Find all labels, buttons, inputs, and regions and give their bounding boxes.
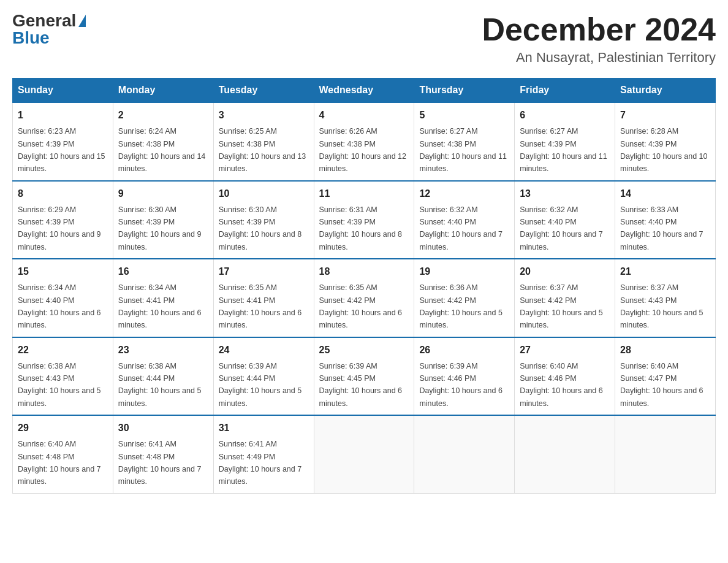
day-info: Sunrise: 6:27 AMSunset: 4:38 PMDaylight:…	[419, 127, 506, 173]
day-number: 3	[219, 108, 309, 123]
day-info: Sunrise: 6:28 AMSunset: 4:39 PMDaylight:…	[620, 127, 707, 173]
day-number: 1	[18, 108, 108, 123]
calendar-table: SundayMondayTuesdayWednesdayThursdayFrid…	[12, 78, 716, 494]
day-info: Sunrise: 6:39 AMSunset: 4:46 PMDaylight:…	[419, 362, 502, 408]
logo: General Blue	[12, 12, 86, 47]
day-info: Sunrise: 6:33 AMSunset: 4:40 PMDaylight:…	[620, 205, 703, 251]
day-info: Sunrise: 6:41 AMSunset: 4:49 PMDaylight:…	[219, 440, 302, 486]
day-number: 25	[319, 343, 409, 358]
day-number: 17	[219, 264, 309, 279]
day-number: 5	[419, 108, 509, 123]
calendar-cell: 30 Sunrise: 6:41 AMSunset: 4:48 PMDaylig…	[113, 415, 213, 493]
day-info: Sunrise: 6:41 AMSunset: 4:48 PMDaylight:…	[118, 440, 202, 486]
day-number: 16	[118, 264, 208, 279]
calendar-cell: 29 Sunrise: 6:40 AMSunset: 4:48 PMDaylig…	[13, 415, 113, 493]
page-header: General Blue December 2024 An Nusayrat, …	[12, 12, 716, 66]
day-number: 11	[319, 186, 409, 201]
day-of-week-header: Thursday	[414, 79, 515, 103]
calendar-cell: 19 Sunrise: 6:36 AMSunset: 4:42 PMDaylig…	[414, 259, 515, 337]
calendar-cell: 25 Sunrise: 6:39 AMSunset: 4:45 PMDaylig…	[314, 337, 414, 416]
calendar-cell	[314, 415, 414, 493]
day-number: 23	[118, 343, 208, 358]
calendar-cell: 27 Sunrise: 6:40 AMSunset: 4:46 PMDaylig…	[515, 337, 615, 416]
day-number: 15	[18, 264, 108, 279]
calendar-cell: 8 Sunrise: 6:29 AMSunset: 4:39 PMDayligh…	[13, 181, 113, 259]
day-info: Sunrise: 6:24 AMSunset: 4:38 PMDaylight:…	[118, 127, 205, 173]
calendar-cell: 4 Sunrise: 6:26 AMSunset: 4:38 PMDayligh…	[314, 102, 414, 181]
calendar-week-row: 29 Sunrise: 6:40 AMSunset: 4:48 PMDaylig…	[13, 415, 716, 493]
calendar-cell: 24 Sunrise: 6:39 AMSunset: 4:44 PMDaylig…	[213, 337, 314, 416]
calendar-cell: 31 Sunrise: 6:41 AMSunset: 4:49 PMDaylig…	[213, 415, 314, 493]
day-of-week-header: Saturday	[615, 79, 716, 103]
day-of-week-header: Monday	[113, 79, 213, 103]
logo-blue-text: Blue	[12, 29, 50, 47]
calendar-cell: 2 Sunrise: 6:24 AMSunset: 4:38 PMDayligh…	[113, 102, 213, 181]
day-number: 4	[319, 108, 409, 123]
day-info: Sunrise: 6:32 AMSunset: 4:40 PMDaylight:…	[419, 205, 502, 251]
day-info: Sunrise: 6:26 AMSunset: 4:38 PMDaylight:…	[319, 127, 406, 173]
day-of-week-header: Wednesday	[314, 79, 414, 103]
day-number: 18	[319, 264, 409, 279]
day-number: 29	[18, 421, 108, 435]
day-number: 31	[219, 421, 309, 435]
day-info: Sunrise: 6:37 AMSunset: 4:42 PMDaylight:…	[520, 283, 603, 329]
calendar-cell	[515, 415, 615, 493]
day-info: Sunrise: 6:38 AMSunset: 4:43 PMDaylight:…	[18, 362, 101, 408]
day-number: 9	[118, 186, 208, 201]
day-of-week-header: Sunday	[13, 79, 113, 103]
calendar-cell: 9 Sunrise: 6:30 AMSunset: 4:39 PMDayligh…	[113, 181, 213, 259]
day-info: Sunrise: 6:38 AMSunset: 4:44 PMDaylight:…	[118, 362, 202, 408]
calendar-cell: 21 Sunrise: 6:37 AMSunset: 4:43 PMDaylig…	[615, 259, 716, 337]
calendar-cell: 14 Sunrise: 6:33 AMSunset: 4:40 PMDaylig…	[615, 181, 716, 259]
logo-general-text: General	[12, 12, 76, 29]
calendar-cell: 7 Sunrise: 6:28 AMSunset: 4:39 PMDayligh…	[615, 102, 716, 181]
title-area: December 2024 An Nusayrat, Palestinian T…	[482, 12, 716, 66]
day-number: 28	[620, 343, 710, 358]
day-info: Sunrise: 6:36 AMSunset: 4:42 PMDaylight:…	[419, 283, 502, 329]
day-info: Sunrise: 6:29 AMSunset: 4:39 PMDaylight:…	[18, 205, 101, 251]
month-title: December 2024	[482, 12, 716, 47]
day-number: 22	[18, 343, 108, 358]
day-number: 2	[118, 108, 208, 123]
calendar-week-row: 1 Sunrise: 6:23 AMSunset: 4:39 PMDayligh…	[13, 102, 716, 181]
calendar-week-row: 22 Sunrise: 6:38 AMSunset: 4:43 PMDaylig…	[13, 337, 716, 416]
day-info: Sunrise: 6:32 AMSunset: 4:40 PMDaylight:…	[520, 205, 603, 251]
calendar-cell: 23 Sunrise: 6:38 AMSunset: 4:44 PMDaylig…	[113, 337, 213, 416]
calendar-cell: 10 Sunrise: 6:30 AMSunset: 4:39 PMDaylig…	[213, 181, 314, 259]
calendar-cell: 1 Sunrise: 6:23 AMSunset: 4:39 PMDayligh…	[13, 102, 113, 181]
day-number: 10	[219, 186, 309, 201]
day-number: 12	[419, 186, 509, 201]
day-of-week-header: Tuesday	[213, 79, 314, 103]
day-info: Sunrise: 6:34 AMSunset: 4:41 PMDaylight:…	[118, 283, 202, 329]
calendar-cell	[414, 415, 515, 493]
calendar-cell: 11 Sunrise: 6:31 AMSunset: 4:39 PMDaylig…	[314, 181, 414, 259]
days-of-week-row: SundayMondayTuesdayWednesdayThursdayFrid…	[13, 79, 716, 103]
day-number: 27	[520, 343, 610, 358]
day-number: 24	[219, 343, 309, 358]
calendar-week-row: 8 Sunrise: 6:29 AMSunset: 4:39 PMDayligh…	[13, 181, 716, 259]
calendar-cell: 26 Sunrise: 6:39 AMSunset: 4:46 PMDaylig…	[414, 337, 515, 416]
calendar-cell: 20 Sunrise: 6:37 AMSunset: 4:42 PMDaylig…	[515, 259, 615, 337]
day-number: 21	[620, 264, 710, 279]
calendar-cell: 3 Sunrise: 6:25 AMSunset: 4:38 PMDayligh…	[213, 102, 314, 181]
day-info: Sunrise: 6:35 AMSunset: 4:41 PMDaylight:…	[219, 283, 302, 329]
day-info: Sunrise: 6:39 AMSunset: 4:44 PMDaylight:…	[219, 362, 302, 408]
calendar-cell: 12 Sunrise: 6:32 AMSunset: 4:40 PMDaylig…	[414, 181, 515, 259]
day-info: Sunrise: 6:27 AMSunset: 4:39 PMDaylight:…	[520, 127, 607, 173]
calendar-cell: 13 Sunrise: 6:32 AMSunset: 4:40 PMDaylig…	[515, 181, 615, 259]
calendar-cell: 18 Sunrise: 6:35 AMSunset: 4:42 PMDaylig…	[314, 259, 414, 337]
day-info: Sunrise: 6:30 AMSunset: 4:39 PMDaylight:…	[219, 205, 302, 251]
calendar-cell: 6 Sunrise: 6:27 AMSunset: 4:39 PMDayligh…	[515, 102, 615, 181]
calendar-cell: 17 Sunrise: 6:35 AMSunset: 4:41 PMDaylig…	[213, 259, 314, 337]
day-info: Sunrise: 6:40 AMSunset: 4:47 PMDaylight:…	[620, 362, 703, 408]
day-info: Sunrise: 6:30 AMSunset: 4:39 PMDaylight:…	[118, 205, 202, 251]
day-info: Sunrise: 6:39 AMSunset: 4:45 PMDaylight:…	[319, 362, 403, 408]
day-info: Sunrise: 6:35 AMSunset: 4:42 PMDaylight:…	[319, 283, 403, 329]
day-number: 7	[620, 108, 710, 123]
day-info: Sunrise: 6:40 AMSunset: 4:48 PMDaylight:…	[18, 440, 101, 486]
calendar-header: SundayMondayTuesdayWednesdayThursdayFrid…	[13, 79, 716, 103]
day-number: 30	[118, 421, 208, 435]
calendar-cell: 5 Sunrise: 6:27 AMSunset: 4:38 PMDayligh…	[414, 102, 515, 181]
day-info: Sunrise: 6:23 AMSunset: 4:39 PMDaylight:…	[18, 127, 105, 173]
day-of-week-header: Friday	[515, 79, 615, 103]
